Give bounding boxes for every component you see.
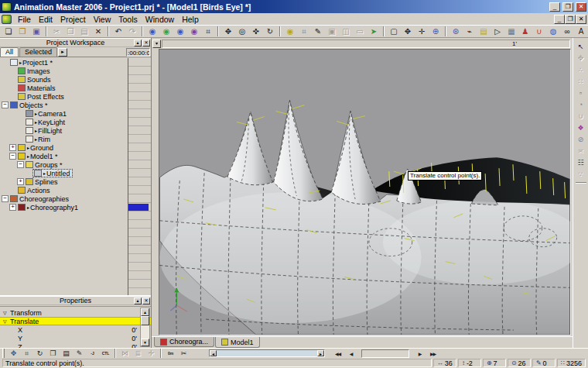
project-workspace-titlebar[interactable]: Project Workspace ▴ ✕ xyxy=(0,38,151,47)
scroll-thumb[interactable] xyxy=(141,316,149,325)
expand-toggle-icon[interactable]: + xyxy=(9,204,16,211)
five-point-tool[interactable]: ∵ xyxy=(575,168,587,180)
toolbar-grip[interactable] xyxy=(2,349,5,359)
tab-all[interactable]: All xyxy=(0,47,19,57)
tree-item-content[interactable]: ▸ Camera1 xyxy=(25,109,68,118)
scale-manip-button[interactable]: ⌗ xyxy=(20,349,33,358)
viewport-menu-icon[interactable]: ▾ xyxy=(152,40,161,48)
tab-scroll-button[interactable]: ► xyxy=(58,48,67,57)
tree-item-content[interactable]: ▸ Model1 * xyxy=(17,152,60,160)
slider-track[interactable] xyxy=(217,350,317,356)
dopesheet-button[interactable]: 0m xyxy=(164,349,177,358)
tree-item-untitled[interactable]: ▸ Untitled xyxy=(0,169,151,177)
break-spline-tool[interactable]: ≍ xyxy=(575,145,587,156)
render-mode-1-button[interactable]: ◉ xyxy=(145,26,159,37)
tree-item-post-effects[interactable]: ▸ Post Effects xyxy=(0,92,151,101)
tree-item-rim[interactable]: ▸ Rim xyxy=(0,135,151,143)
fit-view-button[interactable]: ✜ xyxy=(249,26,263,37)
viewport-tab-model1[interactable]: Model1 xyxy=(215,337,260,348)
open-button[interactable]: ❐ xyxy=(15,26,29,37)
world-rotate-button[interactable]: ⊕ xyxy=(429,26,443,37)
tree-item-content[interactable]: ▸ Groups * xyxy=(25,160,64,169)
menu-item[interactable]: Window xyxy=(142,14,178,25)
tree-item-camera1[interactable]: ▸ Camera1 xyxy=(0,109,151,118)
save-button[interactable]: ▣ xyxy=(29,26,43,37)
globe-button[interactable]: ⊛ xyxy=(449,26,463,37)
tree-item-content[interactable]: ▸ KeyLight xyxy=(25,118,67,126)
rotate-manip-button[interactable]: ↻ xyxy=(33,349,46,358)
bias-handles-button[interactable]: -J xyxy=(86,349,99,358)
link-button[interactable]: ∞ xyxy=(560,26,574,37)
render-mode-3-button[interactable]: ◉ xyxy=(173,26,187,37)
go-end-button[interactable]: ▶▶ xyxy=(426,349,439,358)
copy-selection-button[interactable]: ❐ xyxy=(46,349,60,358)
tree-item-content[interactable]: ▸ Project1 * xyxy=(9,58,54,67)
actor-button[interactable]: ♟ xyxy=(518,26,532,37)
slider-left-icon[interactable]: ◄ xyxy=(210,350,217,356)
menu-item[interactable]: Project xyxy=(56,14,90,25)
tree-item-keylight[interactable]: ▸ KeyLight xyxy=(0,118,151,126)
tree-item-materials[interactable]: ▸ Materials xyxy=(0,84,151,92)
tree-item-content[interactable]: ▸ Splines xyxy=(25,177,60,186)
path-button[interactable]: ⌁ xyxy=(463,26,477,37)
delete-button[interactable]: ✕ xyxy=(91,26,105,37)
expand-toggle-icon[interactable]: − xyxy=(2,195,9,202)
step-forward-button[interactable]: ▶ xyxy=(413,349,426,358)
tree-item-content[interactable]: ▸ Choreographies xyxy=(9,194,70,203)
tree-item-content[interactable]: ▸ Post Effects xyxy=(17,92,66,101)
tab-selected[interactable]: Selected xyxy=(19,47,57,57)
tree-item-content[interactable]: ▸ Actions xyxy=(17,186,52,194)
tree-item-content[interactable]: ▸ Untitled xyxy=(32,169,73,177)
copy-button[interactable]: ❐ xyxy=(63,26,77,37)
move-manip-button[interactable]: ✥ xyxy=(7,349,20,358)
tree-item-project1[interactable]: ▸ Project1 * xyxy=(0,58,151,67)
expand-toggle-icon[interactable]: − xyxy=(2,101,9,108)
collapse-triangle-icon[interactable]: ▽ xyxy=(3,310,10,315)
redo-button[interactable]: ↷ xyxy=(125,26,139,37)
control-key-button[interactable]: CTL xyxy=(99,349,112,358)
tree-item-choreography1[interactable]: + ▸ Choreography1 xyxy=(0,203,151,212)
scale-points-tool[interactable]: ∷ xyxy=(575,75,587,87)
zoom-tool-button[interactable]: ◎ xyxy=(235,26,249,37)
tree-item-splines[interactable]: + ▸ Splines xyxy=(0,177,151,186)
delete-cp-tool[interactable]: ⊘ xyxy=(575,133,587,145)
mirror-button[interactable]: ⋈ xyxy=(118,349,132,358)
paste-button[interactable]: ▤ xyxy=(77,26,91,37)
restore-button[interactable]: ❐ xyxy=(562,2,573,12)
flatten-button[interactable]: ▭ xyxy=(353,26,367,37)
tree-item-images[interactable]: ▸ Images xyxy=(0,67,151,75)
tree-item-choreographies[interactable]: − ▸ Choreographies xyxy=(0,194,151,203)
tree-item-content[interactable]: ▸ Materials xyxy=(17,84,57,92)
expand-toggle-icon[interactable]: − xyxy=(17,161,24,168)
library-button[interactable]: ⌗ xyxy=(201,26,215,37)
bones-tool[interactable]: ☷ xyxy=(575,156,587,168)
skeleton-button[interactable]: ✛ xyxy=(145,349,158,358)
sphere-map-button[interactable]: ◍ xyxy=(546,26,560,37)
menu-item[interactable]: Tools xyxy=(115,14,142,25)
tree-item-filllight[interactable]: ▸ FillLight xyxy=(0,126,151,135)
model-canvas[interactable] xyxy=(159,49,571,335)
pan-tool-button[interactable]: ✥ xyxy=(221,26,235,37)
prop-translate[interactable]: ▽ Translate xyxy=(0,317,151,325)
prop-x[interactable]: ▽ X 0' xyxy=(0,325,151,334)
expand-toggle-icon[interactable]: + xyxy=(9,144,16,151)
panel-collapse-icon[interactable]: ▴ xyxy=(134,40,142,46)
panel-collapse-icon[interactable]: ▴ xyxy=(134,297,142,304)
collapse-triangle-icon[interactable]: ▽ xyxy=(3,318,10,324)
lathe-tool[interactable]: ◔ xyxy=(575,98,587,110)
properties-scrollbar[interactable]: ▲ ▼ xyxy=(140,308,150,347)
child-close-button[interactable]: ✕ xyxy=(576,15,586,24)
jump-mode-button[interactable]: ➤ xyxy=(367,26,381,37)
tree-item-content[interactable]: ▸ FillLight xyxy=(25,126,63,135)
mirror-mode-button[interactable]: ◫ xyxy=(339,26,353,37)
chart-button[interactable]: ▦ xyxy=(504,26,518,37)
tree-item-objects[interactable]: − ▸ Objects * xyxy=(0,101,151,109)
tree-item-groups[interactable]: − ▸ Groups * xyxy=(0,160,151,169)
magnet-button[interactable]: ∪ xyxy=(532,26,546,37)
scroll-up-icon[interactable]: ▲ xyxy=(141,308,149,316)
weights-button[interactable]: ≣ xyxy=(132,349,145,358)
sweep-tool[interactable]: ∪ xyxy=(575,110,587,122)
render-lock-button[interactable]: ◉ xyxy=(187,26,201,37)
timeline-slider[interactable]: ◄ ► xyxy=(209,349,325,357)
keyframe-page-button[interactable]: ▤ xyxy=(477,26,491,37)
